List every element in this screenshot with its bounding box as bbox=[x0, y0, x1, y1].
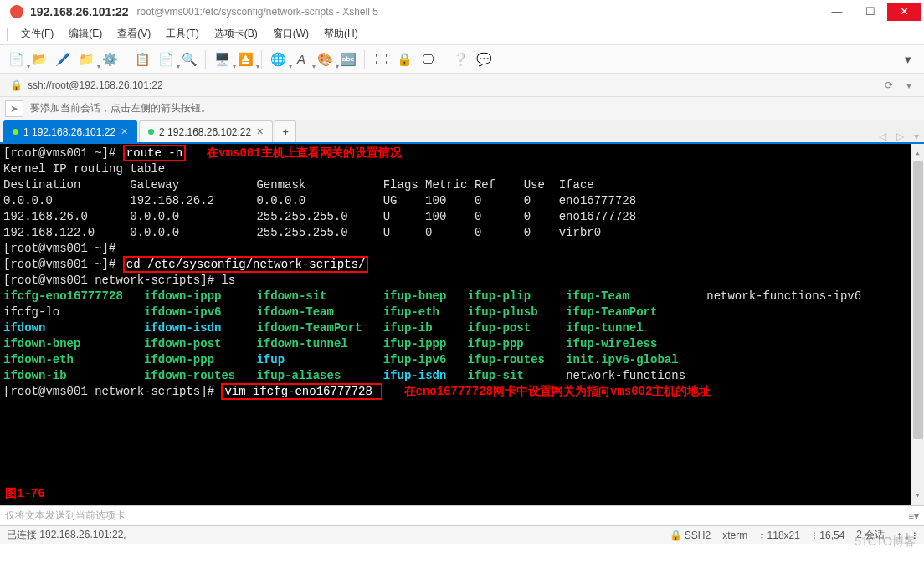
tab-1[interactable]: 1 192.168.26.101:22 ✕ bbox=[3, 120, 137, 142]
hint-bar: ➤ 要添加当前会话，点击左侧的箭头按钮。 bbox=[0, 97, 924, 120]
status-term: xterm bbox=[722, 530, 747, 541]
status-dot-icon bbox=[148, 129, 154, 135]
scroll-thumb[interactable] bbox=[913, 161, 923, 439]
cmd-route: route -n bbox=[123, 145, 186, 161]
globe-icon[interactable]: 🌐 bbox=[267, 49, 289, 70]
encoding-icon[interactable]: 🔤 bbox=[337, 49, 359, 70]
route-header: Kernel IP routing table bbox=[3, 161, 921, 177]
watermark: 51CTO博客 bbox=[855, 535, 916, 550]
figure-label: 图1-76 bbox=[5, 486, 45, 502]
search-icon[interactable]: 🔍 bbox=[178, 49, 200, 70]
chat-icon[interactable]: 💬 bbox=[473, 49, 495, 70]
scrollbar[interactable]: ▴ ▾ bbox=[911, 144, 924, 505]
terminal[interactable]: [root@vms001 ~]# route -n 在vms001主机上查看网关… bbox=[0, 144, 924, 505]
disconnect-icon[interactable]: ⏏️ bbox=[234, 49, 256, 70]
send-input[interactable]: 仅将文本发送到当前选项卡 ≡▾ bbox=[0, 505, 924, 525]
menu-tools[interactable]: 工具(T) bbox=[161, 25, 203, 43]
annotation-1: 在vms001主机上查看网关的设置情况 bbox=[207, 146, 401, 160]
titlebar: 192.168.26.101:22 root@vms001:/etc/sysco… bbox=[0, 0, 924, 23]
address-dropdown-icon[interactable]: ▾ bbox=[899, 76, 919, 95]
menu-window[interactable]: 窗口(W) bbox=[268, 25, 314, 43]
status-proto: SSH2 bbox=[685, 530, 711, 541]
lock-small-icon: 🔒 bbox=[10, 79, 23, 91]
properties-icon[interactable]: 🖊️ bbox=[52, 49, 74, 70]
menu-edit[interactable]: 编辑(E) bbox=[64, 25, 107, 43]
menu-tab[interactable]: 选项卡(B) bbox=[209, 25, 263, 43]
address-url[interactable]: ssh://root@192.168.26.101:22 bbox=[28, 79, 879, 91]
new-session-icon[interactable]: 📄 bbox=[5, 49, 27, 70]
menu-view[interactable]: 查看(V) bbox=[112, 25, 156, 43]
fullscreen-icon[interactable]: ⛶ bbox=[370, 49, 392, 70]
lock-icon[interactable]: 🔒 bbox=[393, 49, 415, 70]
settings-icon[interactable]: ⚙️ bbox=[99, 49, 121, 70]
menu-file[interactable]: 文件(F) bbox=[16, 25, 59, 43]
tab-nav-next[interactable]: ▷ bbox=[891, 130, 909, 142]
ls-output: ifcfg-eno16777728 ifdown-ippp ifdown-sit… bbox=[3, 289, 921, 384]
font-icon[interactable]: A bbox=[290, 49, 312, 70]
toolbar: 📄 📂 🖊️ 📁 ⚙️ 📋 📄 🔍 🖥️ ⏏️ 🌐 A 🎨 🔤 ⛶ 🔒 🖵 ❔ … bbox=[0, 45, 924, 74]
cmd-vim: vim ifcfg-eno16777728 bbox=[221, 383, 382, 400]
window-subtitle: root@vms001:/etc/sysconfig/network-scrip… bbox=[137, 6, 378, 18]
menubar: 文件(F) 编辑(E) 查看(V) 工具(T) 选项卡(B) 窗口(W) 帮助(… bbox=[0, 23, 924, 45]
copy-icon[interactable]: 📋 bbox=[131, 49, 153, 70]
transfer-icon[interactable]: 📁 bbox=[75, 49, 97, 70]
color-icon[interactable]: 🎨 bbox=[314, 49, 336, 70]
help-icon[interactable]: ❔ bbox=[449, 49, 471, 70]
app-icon bbox=[10, 5, 23, 18]
tab-menu[interactable]: ▾ bbox=[909, 130, 924, 142]
tab-2[interactable]: 2 192.168.26.102:22 ✕ bbox=[139, 120, 273, 142]
status-connection: 已连接 192.168.26.101:22。 bbox=[7, 528, 133, 542]
open-icon[interactable]: 📂 bbox=[28, 49, 50, 70]
new-tab-button[interactable]: + bbox=[275, 120, 296, 142]
close-tab-icon[interactable]: ✕ bbox=[256, 126, 264, 137]
window-title: 192.168.26.101:22 bbox=[30, 5, 129, 18]
tab-nav-prev[interactable]: ◁ bbox=[874, 130, 891, 142]
toolbar-overflow-icon[interactable]: ▾ bbox=[897, 49, 919, 70]
reconnect-icon[interactable]: 🖥️ bbox=[211, 49, 233, 70]
address-refresh-icon[interactable]: ⟳ bbox=[879, 76, 899, 95]
menu-help[interactable]: 帮助(H) bbox=[319, 25, 363, 43]
annotation-2: 在eno16777728网卡中设置网关为指向vms002主机的地址 bbox=[404, 385, 711, 398]
minimize-button[interactable]: — bbox=[820, 3, 854, 21]
paste-icon[interactable]: 📄 bbox=[155, 49, 177, 70]
cmd-cd: cd /etc/sysconfig/network-scripts/ bbox=[123, 256, 369, 273]
scroll-down-icon[interactable]: ▾ bbox=[915, 488, 920, 504]
address-bar: 🔒 ssh://root@192.168.26.101:22 ⟳ ▾ bbox=[0, 74, 924, 97]
send-menu-icon[interactable]: ≡▾ bbox=[908, 510, 919, 522]
tab-label: 1 192.168.26.101:22 bbox=[23, 126, 116, 138]
scroll-up-icon[interactable]: ▴ bbox=[915, 146, 920, 161]
status-size: 118x21 bbox=[767, 530, 800, 541]
close-tab-icon[interactable]: ✕ bbox=[121, 126, 128, 137]
tab-label: 2 192.168.26.102:22 bbox=[159, 126, 251, 138]
statusbar: 已连接 192.168.26.101:22。 🔒 SSH2 xterm ↕ 11… bbox=[0, 525, 924, 544]
status-pos: 16,54 bbox=[819, 530, 844, 541]
close-button[interactable]: ✕ bbox=[887, 3, 921, 21]
add-session-button[interactable]: ➤ bbox=[5, 100, 23, 117]
maximize-button[interactable]: ☐ bbox=[854, 3, 887, 21]
hint-text: 要添加当前会话，点击左侧的箭头按钮。 bbox=[30, 101, 211, 115]
route-table: Destination Gateway Genmask Flags Metric… bbox=[3, 177, 921, 241]
status-dot-icon bbox=[13, 129, 18, 135]
screenshot-icon[interactable]: 🖵 bbox=[417, 49, 439, 70]
tabstrip: 1 192.168.26.101:22 ✕ 2 192.168.26.102:2… bbox=[0, 120, 924, 144]
